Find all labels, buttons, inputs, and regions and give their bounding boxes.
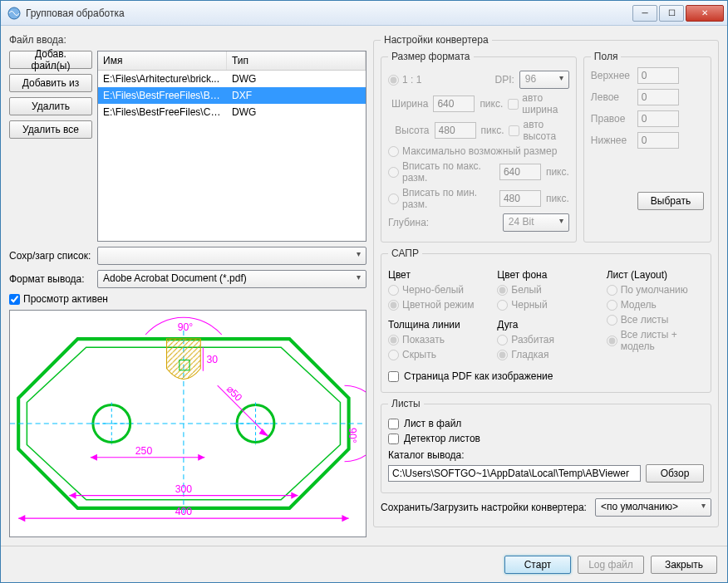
maximize-button[interactable]: ☐ xyxy=(659,5,684,22)
line-hide-radio xyxy=(388,350,399,360)
output-dir-label: Каталог вывода: xyxy=(388,449,704,461)
output-dir-input[interactable] xyxy=(388,465,641,482)
margin-right-input xyxy=(637,110,679,127)
delete-all-button[interactable]: Удалить все xyxy=(9,120,92,139)
layout-allmodel-radio xyxy=(607,336,617,346)
col-type[interactable]: Тип xyxy=(227,51,366,70)
output-format-combo[interactable]: Adobe Acrobat Document (*.pdf) xyxy=(97,270,366,288)
height-input xyxy=(435,122,476,139)
auto-height-check xyxy=(509,125,519,136)
svg-marker-14 xyxy=(259,429,268,436)
svg-text:90°: 90° xyxy=(347,428,358,443)
svg-marker-24 xyxy=(69,492,76,499)
table-row[interactable]: E:\Files\BestFreeFiles\Bra...DXF xyxy=(98,87,366,104)
save-load-list-label: Сохр/загр список: xyxy=(9,250,92,262)
bg-black-radio xyxy=(497,300,508,311)
svg-marker-28 xyxy=(18,515,25,522)
width-input xyxy=(433,96,475,112)
svg-marker-20 xyxy=(91,454,97,461)
color-mode-radio xyxy=(388,300,399,311)
choose-margins-button[interactable]: Выбрать xyxy=(637,192,704,210)
table-row[interactable]: E:\Files\Arhitecture\brick...DWG xyxy=(98,71,366,87)
svg-marker-25 xyxy=(291,492,298,499)
fit-max-radio xyxy=(388,167,399,178)
log-file-button: Log файл xyxy=(578,556,644,574)
app-icon xyxy=(7,7,21,20)
dpi-combo: 96 xyxy=(519,71,569,89)
svg-marker-29 xyxy=(342,515,348,522)
arc-smooth-radio xyxy=(497,350,508,360)
margin-bottom-input xyxy=(637,132,679,149)
close-button[interactable]: ✕ xyxy=(686,5,724,22)
svg-text:250: 250 xyxy=(135,445,153,457)
svg-text:400: 400 xyxy=(175,506,193,517)
layout-model-radio xyxy=(607,300,617,311)
arc-broken-radio xyxy=(497,335,508,345)
layout-default-radio xyxy=(607,285,617,296)
layout-all-radio xyxy=(607,315,617,326)
table-row[interactable]: E:\Files\BestFreeFiles\CA...DWG xyxy=(98,104,366,120)
margin-top-input xyxy=(637,67,679,84)
svg-marker-21 xyxy=(198,454,204,461)
ratio-11-radio xyxy=(388,75,399,86)
max-size-radio xyxy=(388,146,399,157)
format-size-group: Размер формата 1 : 1 DPI: 96 Ширина пикс… xyxy=(381,51,577,243)
sheet-detector-check[interactable] xyxy=(388,434,399,444)
delete-button[interactable]: Удалить xyxy=(9,97,92,115)
start-button[interactable]: Старт xyxy=(504,556,571,574)
output-format-label: Формат вывода: xyxy=(9,273,92,285)
sheet-to-file-check[interactable] xyxy=(388,419,399,429)
fit-min-radio xyxy=(388,194,399,204)
file-list[interactable]: Имя Тип E:\Files\Arhitecture\brick...DWG… xyxy=(97,51,366,242)
svg-text:⌀50: ⌀50 xyxy=(224,383,245,404)
close-dialog-button[interactable]: Закрыть xyxy=(651,556,717,574)
col-name[interactable]: Имя xyxy=(98,51,227,70)
minimize-button[interactable]: ─ xyxy=(632,5,657,22)
preview-pane: 90° 30 ⌀50 90° 200 250 xyxy=(9,310,366,537)
browse-button[interactable]: Обзор xyxy=(646,464,704,483)
window-title: Групповая обработка xyxy=(26,7,632,19)
bw-radio xyxy=(388,285,399,296)
margins-group: Поля Верхнее Левое Правое Нижнее Выбрать xyxy=(583,51,711,243)
fit-min-input xyxy=(499,190,541,207)
save-load-list-combo[interactable] xyxy=(97,247,366,265)
fit-max-input xyxy=(499,164,541,180)
add-from-button[interactable]: Добавить из xyxy=(9,74,92,92)
cad-group: САПР Цвет Черно-белый Цветной режим Толщ… xyxy=(381,247,711,393)
converter-settings: Настройки конвертера Размер формата 1 : … xyxy=(373,34,719,527)
save-load-conv-label: Сохранить/Загрузить настройки конвертера… xyxy=(381,502,587,513)
auto-width-check xyxy=(508,99,519,110)
svg-text:300: 300 xyxy=(175,483,193,495)
margin-left-input xyxy=(637,89,679,105)
dim-90-top: 90° xyxy=(178,321,194,333)
depth-combo: 24 Bit xyxy=(503,213,569,232)
pdf-as-image-check[interactable] xyxy=(388,371,399,382)
preview-enabled-checkbox[interactable]: Просмотр активен xyxy=(9,293,366,305)
add-files-button[interactable]: Добав. файл(ы) xyxy=(9,51,92,69)
save-load-conv-combo[interactable]: <по умолчанию> xyxy=(595,498,711,517)
bg-white-radio xyxy=(497,285,508,296)
dim-30: 30 xyxy=(206,354,218,365)
sheets-group: Листы Лист в файл Детектор листов Катало… xyxy=(381,398,711,493)
titlebar: Групповая обработка ─ ☐ ✕ xyxy=(1,1,727,26)
file-input-label: Файл ввода: xyxy=(9,34,366,46)
line-show-radio xyxy=(388,335,399,345)
